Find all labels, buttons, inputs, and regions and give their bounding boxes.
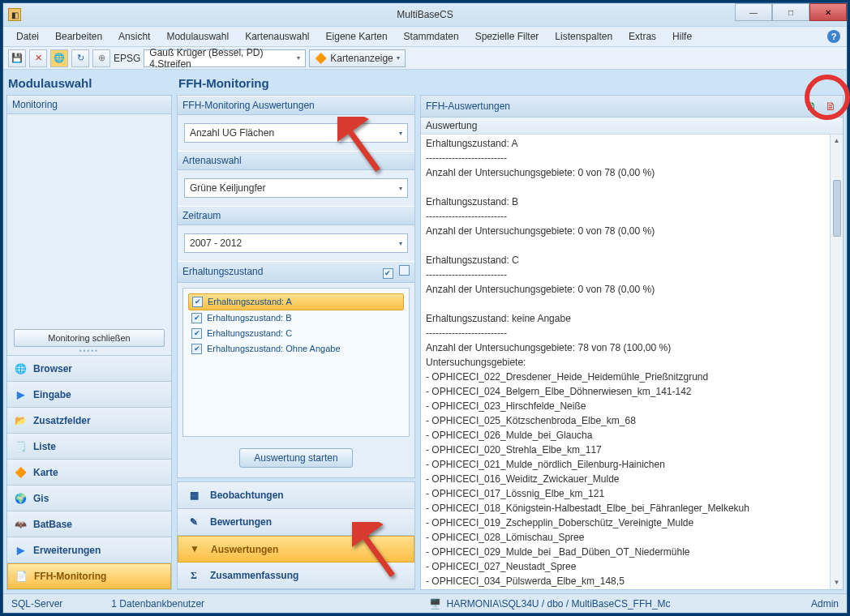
checkbox-icon[interactable]: ✔: [192, 297, 203, 307]
export-pdf-icon[interactable]: 🗎: [823, 99, 838, 113]
nav-batbase[interactable]: 🦇BatBase: [7, 511, 171, 537]
menu-eigene-karten[interactable]: Eigene Karten: [320, 29, 394, 44]
report-line: [426, 238, 838, 253]
erhalt-row-b[interactable]: ✔Erhaltungszustand: B: [188, 310, 404, 326]
report-line: [426, 297, 838, 311]
menubar: Datei Bearbeiten Ansicht Modulauswahl Ka…: [3, 26, 847, 47]
report-line: Anzahl der Untersuchungsgebiete: 0 von 7…: [426, 224, 838, 238]
pencil-icon: ✎: [187, 516, 200, 528]
scroll-down-icon[interactable]: ▼: [831, 576, 843, 589]
report-line: - OPHICECI_018_Königstein-Halbestadt_Elb…: [426, 501, 838, 515]
help-icon[interactable]: ?: [827, 30, 840, 43]
nav-browser[interactable]: 🌐Browser: [7, 356, 171, 382]
nav-zusatzfelder[interactable]: 📂Zusatzfelder: [7, 408, 171, 434]
toolbar-crosshair-icon[interactable]: ⊕: [92, 49, 110, 67]
map-display-dropdown[interactable]: 🔶 Kartenanzeige ▾: [309, 49, 405, 67]
scroll-thumb[interactable]: [833, 180, 841, 237]
nav-gis[interactable]: 🌍Gis: [7, 486, 171, 511]
window-minimize-button[interactable]: —: [735, 3, 772, 21]
checkbox-icon[interactable]: ✔: [191, 344, 202, 354]
check-all-icon[interactable]: ✔: [383, 268, 393, 279]
report-line: - OPHICECI_027_Neustadt_Spree: [426, 559, 838, 574]
tab-bewertungen[interactable]: ✎Bewertungen: [178, 509, 414, 536]
toolbar-globe-icon[interactable]: 🌐: [50, 49, 68, 67]
play-icon: ▶: [14, 388, 27, 401]
report-line: Erhaltungszustand: A: [426, 136, 838, 151]
erhalt-row-c[interactable]: ✔Erhaltungszustand: C: [188, 326, 404, 341]
erhalt-row-a[interactable]: ✔Erhaltungszustand: A: [188, 293, 404, 310]
report-line: - OPHICECI_017_Lössnig_Elbe_km_121: [426, 486, 838, 501]
report-line: -------------------------: [426, 151, 838, 165]
select-auswertung[interactable]: Anzahl UG Flächen ▾: [184, 123, 408, 143]
toolbar-delete-icon[interactable]: ✕: [29, 49, 47, 67]
report-line: - OPHICECI_028_Lömischau_Spree: [426, 530, 838, 545]
report-line: -------------------------: [426, 326, 838, 340]
menu-ansicht[interactable]: Ansicht: [112, 29, 157, 44]
menu-bearbeiten[interactable]: Bearbeiten: [49, 29, 109, 44]
splitter-grip[interactable]: ▪▪▪▪▪: [7, 347, 171, 355]
tab-auswertungen[interactable]: ▼Auswertungen: [178, 536, 414, 563]
menu-datei[interactable]: Datei: [10, 29, 45, 44]
erhalt-row-ohne[interactable]: ✔Erhaltungszustand: Ohne Angabe: [188, 341, 404, 357]
tab-beobachtungen[interactable]: ▦Beobachtungen: [178, 482, 414, 509]
uncheck-all-icon[interactable]: [399, 265, 410, 276]
scroll-up-icon[interactable]: ▲: [831, 135, 843, 148]
report-line: - OPHICECI_029_Mulde_bei _Bad_Düben_OT_N…: [426, 545, 838, 559]
report-line: -------------------------: [426, 267, 838, 282]
nav-ffh-monitoring[interactable]: 📄FFH-Monitoring: [7, 563, 171, 589]
menu-stammdaten[interactable]: Stammdaten: [397, 29, 466, 44]
section-artenauswahl: Artenauswahl: [178, 151, 414, 170]
plugin-icon: ▶: [14, 544, 27, 557]
report-line: Untersuchungsgebiete:: [426, 355, 838, 370]
menu-kartenauswahl[interactable]: Kartenauswahl: [238, 29, 316, 44]
nav-eingabe[interactable]: ▶Eingabe: [7, 382, 171, 408]
run-auswertung-button[interactable]: Auswertung starten: [239, 448, 353, 468]
bat-icon: 🦇: [14, 518, 27, 531]
select-zeitraum[interactable]: 2007 - 2012 ▾: [184, 233, 408, 253]
report-line: Erhaltungszustand: keine Angabe: [426, 311, 838, 326]
tree-item-monitoring[interactable]: Monitoring: [7, 96, 171, 114]
menu-extras[interactable]: Extras: [622, 29, 663, 44]
close-monitoring-button[interactable]: Monitoring schließen: [14, 329, 165, 347]
select-art[interactable]: Grüne Keiljungfer ▾: [184, 178, 408, 198]
report-line: - OPHICECI_023_Hirschfelde_Neiße: [426, 399, 838, 413]
folder-icon: 📂: [14, 414, 27, 427]
window-close-button[interactable]: ✕: [809, 3, 847, 21]
nav-karte[interactable]: 🔶Karte: [7, 460, 171, 486]
report-line: Erhaltungszustand: B: [426, 195, 838, 209]
gis-icon: 🌍: [14, 492, 27, 505]
report-line: - OPHICECI_022_Dresdener_Heide_Heidemühl…: [426, 370, 838, 384]
section-zeitraum: Zeitraum: [178, 206, 414, 225]
select-auswertung-value: Anzahl UG Flächen: [190, 127, 274, 139]
report-line: [426, 180, 838, 195]
select-art-value: Grüne Keiljungfer: [190, 182, 265, 194]
toolbar-save-icon[interactable]: 💾: [8, 49, 26, 67]
menu-modulauswahl[interactable]: Modulauswahl: [160, 29, 235, 44]
menu-hilfe[interactable]: Hilfe: [666, 29, 698, 44]
report-line: - OPHICECI_016_Weiditz_Zwickauer_Mulde: [426, 472, 838, 486]
checkbox-icon[interactable]: ✔: [191, 313, 202, 323]
spacer: [420, 73, 844, 92]
status-users: 1 Datenbankbenutzer: [62, 598, 429, 610]
checkbox-icon[interactable]: ✔: [191, 328, 202, 339]
nav-erweiterungen[interactable]: ▶Erweiterungen: [7, 537, 171, 563]
menu-listenspalten[interactable]: Listenspalten: [548, 29, 619, 44]
export-excel-icon[interactable]: 🗎: [804, 99, 818, 113]
funnel-icon: ▼: [188, 543, 201, 555]
menu-spezielle-filter[interactable]: Spezielle Filter: [469, 29, 546, 44]
titlebar: ◧ MultiBaseCS — □ ✕: [3, 3, 847, 26]
chevron-down-icon: ▾: [399, 185, 402, 192]
window-maximize-button[interactable]: □: [772, 3, 809, 21]
projection-dropdown[interactable]: Gauß Krüger (Bessel, PD) 4.Streifen ▾: [144, 49, 306, 67]
app-title: MultiBaseCS: [3, 9, 847, 20]
report-line: Anzahl der Untersuchungsgebiete: 0 von 7…: [426, 165, 838, 180]
scrollbar[interactable]: ▲ ▼: [830, 135, 843, 589]
app-icon: ◧: [8, 8, 21, 21]
report-line: - OPHICECI_033_Grödel_Elbe: [426, 588, 838, 589]
nav-liste[interactable]: 🗒️Liste: [7, 434, 171, 460]
toolbar-refresh-icon[interactable]: ↻: [71, 49, 89, 67]
db-icon: 🖥️: [429, 598, 441, 610]
epsg-label: EPSG: [114, 53, 140, 64]
tab-zusammenfassung[interactable]: ΣZusammenfassung: [178, 563, 414, 589]
diamond-icon: 🔶: [315, 53, 327, 64]
